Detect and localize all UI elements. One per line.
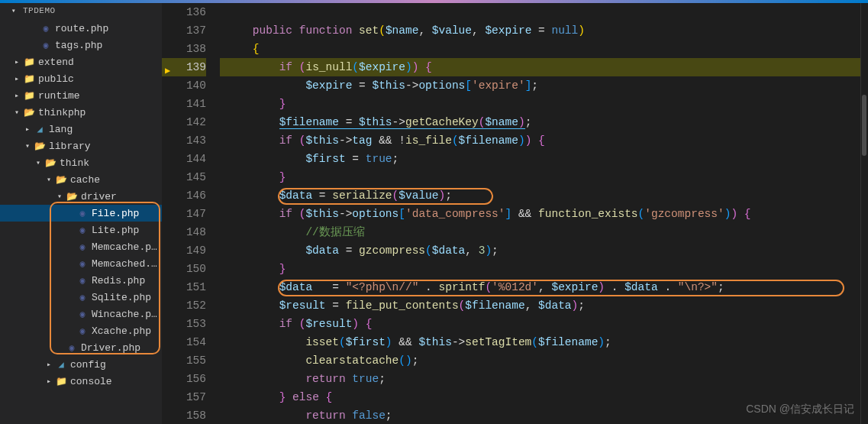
tree-item-label: lang (49, 124, 159, 135)
chevron-icon: ▸ (11, 74, 23, 83)
tree-item-label: Sqlite.php (92, 292, 159, 303)
line-number: 157 (162, 388, 206, 406)
chevron-icon: ▾ (53, 192, 66, 201)
tree-item-label: extend (38, 57, 159, 68)
line-number: 146 (162, 186, 206, 205)
code-line[interactable]: if ($this->tag && !is_file($filename)) { (220, 131, 860, 150)
line-number: 138 (162, 40, 206, 58)
project-title: TPDEMO (23, 6, 56, 15)
file-tags[interactable]: ◉tags.php (0, 37, 162, 53)
code-line[interactable]: $data = "<?php\n//" . sprintf('%012d', $… (220, 278, 860, 296)
file-file[interactable]: ◉File.php (0, 205, 162, 222)
php-icon: ◉ (76, 208, 89, 219)
file-sqlite[interactable]: ◉Sqlite.php (0, 289, 162, 306)
folder-library[interactable]: ▾📂library (0, 138, 162, 154)
code-editor[interactable]: 136137138139▶140141142143144145146147148… (162, 3, 868, 424)
code-line[interactable]: $filename = $this->getCacheKey($name); (220, 113, 860, 131)
line-number: 139▶ (162, 58, 206, 76)
code-line[interactable]: //数据压缩 (220, 223, 860, 241)
code-content[interactable]: public function set($name, $value, $expi… (220, 3, 860, 424)
folder-icon: 📁 (23, 73, 35, 85)
code-line[interactable]: $result = file_put_contents($filename, $… (220, 296, 860, 315)
code-line[interactable]: if (is_null($expire)) { (220, 58, 860, 76)
folder-open-icon: 📂 (34, 141, 46, 152)
file-memcache[interactable]: ◉Memcache.php (0, 238, 162, 255)
file-wincache[interactable]: ◉Wincache.php (0, 306, 162, 322)
chevron-icon: ▸ (11, 57, 23, 66)
code-line[interactable]: if ($result) { (220, 315, 860, 333)
line-number: 141 (162, 95, 206, 113)
php-icon: ◉ (76, 325, 89, 337)
tree-item-label: config (70, 359, 159, 371)
explorer-header[interactable]: ▾ TPDEMO (0, 3, 162, 18)
code-line[interactable]: { (220, 40, 860, 58)
line-number: 148 (162, 223, 206, 241)
folder-runtime[interactable]: ▸📁runtime (0, 87, 162, 104)
chevron-icon: ▸ (43, 377, 55, 386)
folder-extend[interactable]: ▸📁extend (0, 53, 162, 70)
chevron-icon: ▾ (21, 141, 34, 151)
tree-item-label: route.php (55, 23, 159, 34)
tree-item-label: driver (81, 191, 159, 202)
line-number: 154 (162, 333, 206, 351)
php-icon: ◉ (76, 309, 89, 320)
line-number: 144 (162, 150, 206, 168)
file-lite[interactable]: ◉Lite.php (0, 222, 162, 238)
line-gutter: 136137138139▶140141142143144145146147148… (162, 3, 220, 424)
tree-item-label: Driver.php (81, 342, 159, 354)
special-icon: ◢ (34, 124, 46, 135)
tree-item-label: tags.php (55, 40, 159, 51)
code-line[interactable]: } (220, 95, 860, 113)
chevron-icon: ▸ (21, 125, 34, 134)
tree-item-label: Redis.php (92, 275, 159, 286)
code-line[interactable] (220, 3, 860, 21)
file-redis[interactable]: ◉Redis.php (0, 272, 162, 289)
file-route[interactable]: ◉route.php (0, 20, 162, 37)
php-icon: ◉ (76, 258, 89, 270)
code-line[interactable]: } (220, 168, 860, 186)
file-driver[interactable]: ◉Driver.php (0, 339, 162, 356)
folder-driver[interactable]: ▾📂driver (0, 188, 162, 205)
code-line[interactable]: $first = true; (220, 150, 860, 168)
code-line[interactable]: $data = gzcompress($data, 3); (220, 241, 860, 260)
chevron-icon: ▾ (32, 158, 44, 167)
folder-think[interactable]: ▾📂think (0, 154, 162, 171)
folder-open-icon: 📂 (23, 107, 35, 118)
line-number: 150 (162, 260, 206, 278)
folder-open-icon: 📂 (66, 191, 78, 202)
line-number: 158 (162, 406, 206, 424)
folder-public[interactable]: ▸📁public (0, 70, 162, 87)
php-icon: ◉ (40, 40, 52, 51)
code-line[interactable]: clearstatcache(); (220, 351, 860, 370)
php-icon: ◉ (40, 23, 52, 34)
line-number: 149 (162, 241, 206, 260)
line-number: 137 (162, 21, 206, 40)
folder-config[interactable]: ▸◢config (0, 356, 162, 373)
code-line[interactable]: return true; (220, 370, 860, 388)
line-number: 155 (162, 351, 206, 370)
scrollbar-thumb[interactable] (862, 95, 866, 156)
line-number: 153 (162, 315, 206, 333)
line-number: 145 (162, 168, 206, 186)
file-memcached[interactable]: ◉Memcached.php (0, 255, 162, 272)
code-line[interactable]: $expire = $this->options['expire']; (220, 76, 860, 95)
line-number: 143 (162, 131, 206, 150)
code-line[interactable]: isset($first) && $this->setTagItem($file… (220, 333, 860, 351)
scrollbar[interactable] (860, 3, 868, 424)
folder-cache[interactable]: ▾📂cache (0, 171, 162, 188)
file-xcache[interactable]: ◉Xcache.php (0, 322, 162, 339)
tree-item-label: library (49, 141, 159, 152)
main-layout: ▾ TPDEMO ◉route.php◉tags.php▸📁extend▸📁pu… (0, 3, 868, 424)
code-line[interactable]: } (220, 260, 860, 278)
tree-item-label: Xcache.php (92, 325, 159, 337)
code-line[interactable]: public function set($name, $value, $expi… (220, 21, 860, 40)
folder-thinkphp[interactable]: ▾📂thinkphp (0, 104, 162, 121)
code-line[interactable]: if ($this->options['data_compress'] && f… (220, 205, 860, 223)
line-number: 156 (162, 370, 206, 388)
folder-lang[interactable]: ▸◢lang (0, 121, 162, 138)
tree-item-label: runtime (38, 90, 159, 102)
chevron-icon: ▸ (11, 91, 23, 100)
folder-console[interactable]: ▸📁console (0, 373, 162, 390)
chevron-icon: ▾ (43, 175, 55, 184)
code-line[interactable]: $data = serialize($value); (220, 186, 860, 205)
